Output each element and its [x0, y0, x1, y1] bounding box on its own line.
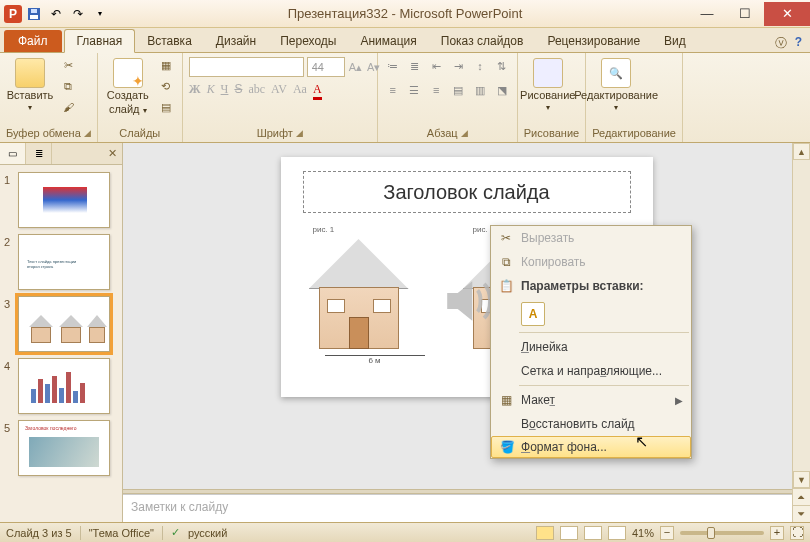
- slideshow-view-icon[interactable]: [608, 526, 626, 540]
- ctx-format-background[interactable]: 🪣Формат фона...: [491, 436, 691, 458]
- ctx-paste-option[interactable]: A: [491, 298, 691, 330]
- layout-icon: ▦: [497, 393, 515, 407]
- ctx-reset-slide[interactable]: Восстановить слайд: [491, 412, 691, 436]
- slide-canvas[interactable]: Заголовок слайда рис. 1 рис. 2 6 м: [123, 143, 810, 489]
- scroll-up-icon[interactable]: ▲: [793, 143, 810, 160]
- status-theme[interactable]: "Тема Office": [89, 527, 154, 539]
- align-center-icon[interactable]: ☰: [406, 82, 424, 98]
- drawing-button[interactable]: Рисование▾: [524, 56, 572, 112]
- maximize-button[interactable]: ☐: [726, 2, 764, 26]
- cut-icon[interactable]: ✂: [58, 56, 78, 74]
- sorter-view-icon[interactable]: [560, 526, 578, 540]
- font-name-combo[interactable]: [189, 57, 304, 77]
- font-color-icon[interactable]: A: [313, 82, 322, 100]
- status-language[interactable]: русский: [188, 527, 227, 539]
- scissors-icon: ✂: [497, 231, 515, 245]
- columns-icon[interactable]: ▥: [471, 82, 489, 98]
- dialog-launcher-icon[interactable]: ◢: [84, 128, 91, 138]
- editing-button[interactable]: 🔍 Редактирование▾: [592, 56, 640, 112]
- vertical-scrollbar[interactable]: ▲ ▼ ⏶ ⏷: [792, 143, 810, 522]
- paste-keep-formatting-icon[interactable]: A: [521, 302, 545, 326]
- case-icon[interactable]: Aa: [293, 82, 307, 100]
- ctx-copy[interactable]: ⧉Копировать: [491, 250, 691, 274]
- group-label-clipboard: Буфер обмена: [6, 127, 81, 139]
- thumbnail[interactable]: 4: [2, 355, 120, 417]
- save-icon[interactable]: [24, 4, 44, 24]
- layout-icon[interactable]: ▦: [156, 56, 176, 74]
- fit-window-icon[interactable]: ⛶: [790, 526, 804, 540]
- copy-icon[interactable]: ⧉: [58, 77, 78, 95]
- thumbnail-list[interactable]: 1 2 Текст слайда презентациивторая строк…: [0, 165, 122, 522]
- bold-icon[interactable]: Ж: [189, 82, 201, 100]
- grow-font-icon[interactable]: A▴: [348, 58, 363, 76]
- next-slide-icon[interactable]: ⏷: [793, 505, 810, 522]
- group-clipboard: Вставить▾ ✂ ⧉ 🖌 Буфер обмена◢: [0, 53, 98, 142]
- redo-icon[interactable]: ↷: [68, 4, 88, 24]
- tab-home[interactable]: Главная: [64, 29, 136, 53]
- ctx-cut[interactable]: ✂Вырезать: [491, 226, 691, 250]
- zoom-out-icon[interactable]: −: [660, 526, 674, 540]
- qat-more-icon[interactable]: ▾: [90, 4, 110, 24]
- italic-icon[interactable]: К: [207, 82, 215, 100]
- bullets-icon[interactable]: ≔: [384, 58, 402, 74]
- thumbnail[interactable]: 5 Заголовок последнего: [2, 417, 120, 479]
- zoom-in-icon[interactable]: +: [770, 526, 784, 540]
- title-placeholder[interactable]: Заголовок слайда: [303, 171, 631, 213]
- underline-icon[interactable]: Ч: [221, 82, 229, 100]
- normal-view-icon[interactable]: [536, 526, 554, 540]
- tab-design[interactable]: Дизайн: [204, 30, 268, 52]
- tab-slideshow[interactable]: Показ слайдов: [429, 30, 536, 52]
- file-tab[interactable]: Файл: [4, 30, 62, 52]
- copy-icon: ⧉: [497, 255, 515, 269]
- spellcheck-icon[interactable]: ✓: [171, 526, 180, 539]
- tab-transitions[interactable]: Переходы: [268, 30, 348, 52]
- thumbnail[interactable]: 3: [2, 293, 120, 355]
- paste-button[interactable]: Вставить▾: [6, 56, 54, 112]
- section-icon[interactable]: ▤: [156, 98, 176, 116]
- outline-tab[interactable]: ≣: [26, 143, 52, 164]
- justify-icon[interactable]: ▤: [449, 82, 467, 98]
- dialog-launcher-icon[interactable]: ◢: [461, 128, 468, 138]
- spacing-icon[interactable]: AV: [271, 82, 287, 100]
- zoom-slider[interactable]: [680, 531, 764, 535]
- thumbnail[interactable]: 1: [2, 169, 120, 231]
- group-font: A▴ A▾ Ж К Ч S abc AV Aa A Шрифт◢: [183, 53, 378, 142]
- zoom-level[interactable]: 41%: [632, 527, 654, 539]
- ctx-paste-options-header: 📋Параметры вставки:: [491, 274, 691, 298]
- close-button[interactable]: ✕: [764, 2, 810, 26]
- minimize-button[interactable]: ―: [688, 2, 726, 26]
- ctx-layout[interactable]: ▦Макет▶: [491, 388, 691, 412]
- dialog-launcher-icon[interactable]: ◢: [296, 128, 303, 138]
- numbering-icon[interactable]: ≣: [406, 58, 424, 74]
- status-bar: Слайд 3 из 5 "Тема Office" ✓ русский 41%…: [0, 522, 810, 542]
- help-icon[interactable]: ?: [795, 35, 802, 52]
- format-painter-icon[interactable]: 🖌: [58, 98, 78, 116]
- tab-view[interactable]: Вид: [652, 30, 698, 52]
- panel-close-icon[interactable]: ✕: [102, 143, 122, 164]
- undo-icon[interactable]: ↶: [46, 4, 66, 24]
- align-left-icon[interactable]: ≡: [384, 82, 402, 98]
- ribbon-minimize-icon[interactable]: ⓥ: [775, 35, 787, 52]
- thumbnail[interactable]: 2 Текст слайда презентациивторая строка: [2, 231, 120, 293]
- indent-inc-icon[interactable]: ⇥: [449, 58, 467, 74]
- new-slide-button[interactable]: ✦ Создать слайд ▾: [104, 56, 152, 115]
- align-right-icon[interactable]: ≡: [427, 82, 445, 98]
- ctx-ruler[interactable]: Линейка: [491, 335, 691, 359]
- indent-dec-icon[interactable]: ⇤: [427, 58, 445, 74]
- ctx-grid-guides[interactable]: Сетка и направляющие...: [491, 359, 691, 383]
- strikethrough-icon[interactable]: S: [234, 82, 242, 100]
- shadow-icon[interactable]: abc: [248, 82, 265, 100]
- reading-view-icon[interactable]: [584, 526, 602, 540]
- tab-insert[interactable]: Вставка: [135, 30, 204, 52]
- line-spacing-icon[interactable]: ↕: [471, 58, 489, 74]
- scroll-down-icon[interactable]: ▼: [793, 471, 810, 488]
- smartart-icon[interactable]: ⬔: [493, 82, 511, 98]
- text-direction-icon[interactable]: ⇅: [493, 58, 511, 74]
- tab-animation[interactable]: Анимация: [348, 30, 428, 52]
- reset-icon[interactable]: ⟲: [156, 77, 176, 95]
- prev-slide-icon[interactable]: ⏶: [793, 488, 810, 505]
- slides-tab[interactable]: ▭: [0, 143, 26, 164]
- tab-review[interactable]: Рецензирование: [535, 30, 652, 52]
- font-size-combo[interactable]: [307, 57, 345, 77]
- notes-pane[interactable]: Заметки к слайду: [123, 494, 792, 522]
